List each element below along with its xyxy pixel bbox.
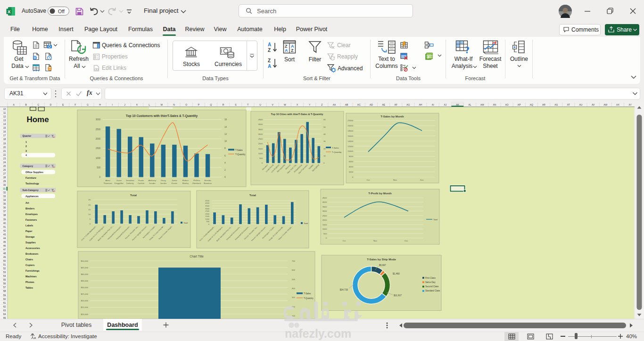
svg-text:Technology: Technology [25, 182, 39, 185]
svg-text:100: 100 [292, 315, 296, 317]
svg-text:Phones: Phones [25, 281, 34, 283]
svg-text:$34,733: $34,733 [340, 289, 348, 291]
svg-text:1500: 1500 [96, 147, 101, 150]
svg-text:Anthony: Anthony [149, 179, 157, 182]
svg-text:60: 60 [3, 298, 6, 300]
svg-text:14000: 14000 [347, 140, 353, 142]
svg-text:Oct: Oct [367, 179, 371, 181]
svg-text:Sub-Category: Sub-Category [23, 189, 39, 191]
svg-text:Furniture: Furniture [25, 176, 36, 179]
svg-text:42: 42 [3, 229, 6, 232]
svg-text:AT: AT [567, 103, 570, 106]
svg-text:T-Quantity: T-Quantity [235, 153, 246, 156]
svg-text:AM: AM [480, 103, 484, 106]
svg-text:400: 400 [292, 287, 296, 290]
svg-text:Second Class: Second Class [425, 285, 439, 288]
svg-text:2000: 2000 [258, 142, 263, 145]
svg-text:T-Profit by Month: T-Profit by Month [368, 192, 392, 195]
svg-text:Total: Total [249, 194, 256, 197]
svg-text:0: 0 [224, 176, 226, 178]
svg-text:AH: AH [419, 103, 422, 106]
svg-text:44: 44 [3, 237, 6, 240]
svg-text:57: 57 [3, 286, 6, 289]
svg-text:AF: AF [395, 103, 397, 106]
svg-text:N: N [173, 103, 175, 106]
svg-text:$40,000: $40,000 [81, 273, 88, 275]
svg-text:Deggeller: Deggeller [115, 182, 124, 184]
svg-text:M: M [161, 103, 163, 106]
svg-text:10000: 10000 [347, 150, 353, 152]
svg-text:200: 200 [292, 306, 296, 308]
svg-text:24: 24 [3, 161, 6, 164]
svg-text:Fasteners: Fasteners [25, 218, 37, 221]
svg-text:20: 20 [88, 204, 91, 206]
svg-text:32: 32 [3, 191, 6, 194]
svg-text:Envelopes: Envelopes [25, 213, 38, 216]
svg-text:Oct: Oct [343, 240, 347, 242]
svg-text:H: H [99, 103, 101, 106]
svg-text:20: 20 [3, 146, 6, 149]
svg-text:61: 61 [3, 301, 6, 304]
svg-text:12: 12 [224, 133, 227, 135]
svg-text:AY: AY [628, 103, 632, 106]
svg-text:10: 10 [88, 213, 91, 216]
svg-text:2500: 2500 [322, 215, 327, 217]
svg-text:Chairs: Chairs [25, 258, 33, 261]
svg-text:20000: 20000 [347, 125, 353, 127]
svg-text:AV: AV [592, 103, 595, 106]
svg-text:53: 53 [3, 271, 6, 274]
svg-text:$15,000: $15,000 [81, 306, 88, 308]
svg-text:$25,000: $25,000 [81, 293, 88, 295]
svg-text:50: 50 [3, 259, 6, 262]
svg-text:1000: 1000 [205, 218, 209, 220]
svg-text:Quarter: Quarter [23, 134, 32, 137]
svg-text:31: 31 [3, 187, 6, 190]
svg-text:22: 22 [3, 153, 6, 156]
svg-text:Anna: Anna [105, 179, 110, 182]
svg-text:10: 10 [323, 155, 326, 157]
svg-text:AJ: AJ [444, 103, 446, 106]
svg-text:3000: 3000 [322, 210, 327, 212]
svg-text:38: 38 [3, 214, 6, 216]
svg-text:16: 16 [3, 130, 6, 133]
svg-text:R: R [223, 103, 224, 106]
svg-text:Supplies: Supplies [25, 241, 36, 244]
svg-text:Doherty: Doherty [126, 182, 134, 184]
svg-text:AK: AK [456, 103, 459, 106]
svg-text:16: 16 [224, 118, 227, 121]
svg-text:$50,000: $50,000 [81, 260, 88, 262]
svg-text:Labels: Labels [25, 224, 33, 227]
svg-text:U: U [259, 103, 261, 106]
svg-text:28: 28 [3, 176, 6, 179]
svg-text:Oberbeck: Oberbeck [192, 182, 201, 184]
svg-text:Office Supplies: Office Supplies [25, 171, 43, 174]
svg-text:Z: Z [268, 58, 271, 63]
svg-text:60: 60 [323, 118, 326, 121]
svg-text:First Class: First Class [425, 277, 436, 279]
svg-text:37: 37 [3, 210, 6, 213]
svg-text:F: F [74, 103, 76, 106]
svg-text:Jonathan: Jonathan [126, 179, 135, 182]
svg-text:10: 10 [3, 108, 6, 110]
svg-text:4: 4 [224, 162, 226, 164]
svg-text:26: 26 [3, 168, 6, 171]
svg-text:4500: 4500 [322, 197, 327, 199]
svg-text:Total: Total [183, 222, 188, 224]
svg-text:AS: AS [554, 103, 558, 106]
svg-text:43: 43 [3, 233, 6, 236]
svg-text:Z: Z [268, 48, 271, 53]
svg-text:2: 2 [25, 145, 27, 148]
svg-text:A: A [268, 42, 271, 47]
svg-text:2500: 2500 [258, 138, 263, 140]
svg-text:Bowman: Bowman [204, 182, 212, 184]
svg-text:AX: AX [616, 103, 619, 106]
svg-text:Doug: Doug [161, 179, 166, 182]
svg-text:51: 51 [3, 263, 6, 266]
svg-text:46: 46 [3, 244, 6, 247]
svg-text:2000: 2000 [349, 171, 354, 173]
svg-text:1000: 1000 [258, 152, 263, 155]
svg-text:600: 600 [292, 269, 296, 271]
svg-text:56: 56 [3, 282, 6, 285]
svg-text:500: 500 [323, 233, 327, 235]
svg-text:14: 14 [3, 123, 6, 125]
